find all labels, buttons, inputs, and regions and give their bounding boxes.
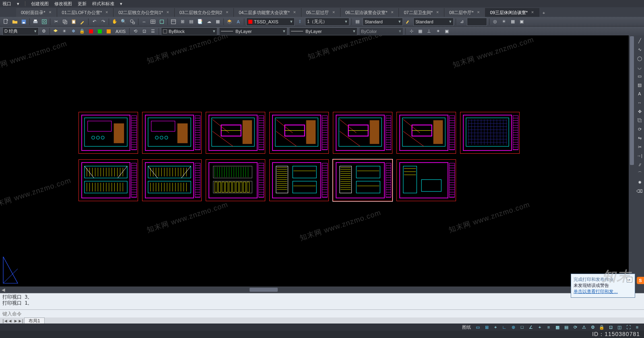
annotate-icon[interactable]: A bbox=[234, 18, 242, 26]
render-icon[interactable]: ◎ bbox=[491, 18, 499, 26]
material-icon[interactable]: ▦ bbox=[509, 18, 517, 26]
text-icon[interactable]: A bbox=[636, 90, 643, 97]
close-icon[interactable]: × bbox=[165, 10, 170, 15]
plot-preview-icon[interactable] bbox=[40, 18, 48, 26]
zoom-icon[interactable]: 🔍 bbox=[120, 18, 128, 26]
markup-icon[interactable]: ☁ bbox=[205, 18, 213, 26]
otrack-toggle-icon[interactable]: ∠ bbox=[527, 324, 535, 330]
layer-iso-icon[interactable]: ⊡ bbox=[140, 27, 148, 35]
save-icon[interactable] bbox=[20, 18, 28, 26]
drawing-viewport[interactable]: 知末网 www.znzmo.com 知末网 www.znzmo.com 知末网 … bbox=[0, 35, 635, 286]
document-tab[interactable]: 07二层卫生间*× bbox=[399, 8, 444, 17]
polar-icon[interactable]: ✶ bbox=[434, 27, 442, 35]
annomonitor-toggle-icon[interactable]: ⚠ bbox=[580, 324, 588, 330]
close-icon[interactable]: × bbox=[390, 10, 394, 15]
lw-toggle-icon[interactable]: ≡ bbox=[545, 324, 553, 330]
pan-icon[interactable]: ✋ bbox=[111, 18, 119, 26]
linetype-combo[interactable]: ByLayer ▾ bbox=[219, 27, 287, 35]
zoom-window-icon[interactable] bbox=[128, 18, 136, 26]
match-icon[interactable] bbox=[78, 18, 87, 26]
copy2-icon[interactable]: ⿻ bbox=[636, 117, 643, 124]
explode-icon[interactable]: ✸ bbox=[636, 179, 643, 186]
menu-item[interactable]: 创建视图 bbox=[31, 1, 49, 7]
table-style-combo[interactable] bbox=[467, 18, 487, 26]
layout-tab[interactable]: 布局1 bbox=[24, 317, 45, 324]
workspace-icon[interactable]: ⚙ bbox=[589, 324, 597, 330]
menu-item[interactable]: 样式和标准 bbox=[92, 1, 114, 7]
vertical-scrollbar[interactable]: ▲ ▼ bbox=[629, 35, 635, 286]
move-icon[interactable]: ✥ bbox=[636, 108, 643, 115]
sun-icon[interactable]: ☀ bbox=[60, 27, 68, 35]
layout-nav-next-icon[interactable]: ▶ bbox=[13, 318, 19, 324]
drawing-sheet[interactable] bbox=[206, 112, 265, 154]
menu-item[interactable]: 视口 bbox=[2, 1, 11, 7]
close-icon[interactable]: × bbox=[476, 10, 481, 15]
scroll-thumb[interactable] bbox=[630, 36, 634, 165]
extend-icon[interactable]: →| bbox=[636, 152, 643, 159]
dim-style-combo[interactable]: Standard ▾ bbox=[413, 18, 454, 26]
trim-icon[interactable]: ✂ bbox=[636, 143, 643, 150]
arc-icon[interactable]: ◡ bbox=[636, 64, 643, 71]
menu-item[interactable]: 更新 bbox=[78, 1, 87, 7]
new-tab-button[interactable]: + bbox=[539, 9, 548, 17]
customize-icon[interactable]: ≡ bbox=[633, 324, 641, 330]
line-icon[interactable]: ╱ bbox=[636, 37, 643, 44]
hardware-accel-icon[interactable]: ⊡ bbox=[607, 324, 615, 330]
mirror-icon[interactable]: ⇋ bbox=[636, 134, 643, 142]
close-icon[interactable]: × bbox=[292, 10, 297, 15]
visual-style-icon[interactable]: ▣ bbox=[518, 18, 526, 26]
close-icon[interactable]: × bbox=[48, 10, 53, 15]
layer-state-icon[interactable]: ☰ bbox=[149, 27, 157, 35]
color-combo[interactable]: ByBlock ▾ bbox=[161, 27, 217, 35]
document-tab[interactable]: 01二层LOFT办公室*× bbox=[57, 8, 114, 17]
layout-nav-prev-icon[interactable]: ◀ bbox=[7, 318, 13, 324]
drawing-sheet[interactable] bbox=[333, 159, 392, 201]
menu-item[interactable]: 修改视图 bbox=[54, 1, 72, 7]
scroll-thumb[interactable] bbox=[250, 288, 278, 292]
close-icon[interactable]: × bbox=[627, 277, 632, 282]
dim-linear-icon[interactable]: ↔ bbox=[636, 99, 643, 106]
ws-settings-icon[interactable]: ⚙ bbox=[40, 27, 48, 35]
feedback-flag-icon[interactable]: S bbox=[637, 277, 644, 284]
anno-scale-combo[interactable]: 1（无元） ▾ bbox=[305, 18, 349, 26]
close-icon[interactable]: × bbox=[331, 10, 336, 15]
osnap-toggle-icon[interactable]: □ bbox=[518, 324, 526, 330]
document-tab[interactable]: 09三层休闲洽谈室*× bbox=[485, 8, 540, 17]
print-icon[interactable] bbox=[31, 18, 39, 26]
close-icon[interactable]: × bbox=[104, 10, 109, 15]
color-red-icon[interactable] bbox=[87, 27, 95, 35]
drawing-sheet[interactable] bbox=[78, 159, 138, 201]
text-style-combo[interactable]: Standard ▾ bbox=[363, 18, 403, 26]
redo-icon[interactable]: ↷ bbox=[99, 18, 107, 26]
scroll-left-icon[interactable]: ◀ bbox=[0, 286, 6, 293]
plotstyle-combo[interactable]: ByColor ▾ bbox=[359, 27, 403, 35]
lockui-icon[interactable]: 🔒 bbox=[598, 324, 606, 330]
model-toggle-icon[interactable]: ▭ bbox=[474, 324, 482, 330]
fillet-icon[interactable]: ⌒ bbox=[636, 170, 643, 177]
drawing-sheet[interactable] bbox=[269, 159, 329, 201]
document-tab[interactable]: 06二层洽谈室会议室*× bbox=[341, 8, 399, 17]
tool-palette-icon[interactable]: ▤ bbox=[187, 18, 195, 26]
grid-icon[interactable]: ▦ bbox=[416, 27, 424, 35]
lock-icon[interactable]: 🔒 bbox=[78, 27, 86, 35]
drawing-sheet[interactable] bbox=[396, 112, 456, 154]
color-orange-icon[interactable] bbox=[105, 27, 113, 35]
document-tab[interactable]: 00封面目录*× bbox=[16, 8, 57, 17]
command-line[interactable] bbox=[0, 309, 644, 317]
open-icon[interactable] bbox=[11, 18, 19, 26]
table-icon[interactable] bbox=[149, 18, 157, 26]
hatch-icon[interactable]: ▨ bbox=[636, 81, 643, 89]
layer-combo[interactable]: TSSD_AXIS ▾ bbox=[246, 18, 295, 26]
freeze-icon[interactable]: ❄ bbox=[69, 27, 77, 35]
erase-icon[interactable]: ⌫ bbox=[636, 188, 643, 195]
clean-screen-icon[interactable]: ⛶ bbox=[624, 324, 632, 330]
transparency-toggle-icon[interactable]: ▩ bbox=[553, 324, 561, 330]
dim-style-icon[interactable] bbox=[404, 18, 412, 26]
drawing-sheet[interactable] bbox=[206, 159, 265, 201]
rotate-icon[interactable]: ⟳ bbox=[636, 126, 643, 133]
properties-icon[interactable] bbox=[169, 18, 178, 26]
horizontal-scrollbar[interactable]: ◀ ▶ bbox=[0, 286, 635, 293]
snap-toggle-icon[interactable]: ⌖ bbox=[491, 324, 500, 330]
layout-nav-first-icon[interactable]: |◀ bbox=[2, 318, 7, 324]
drawing-sheet[interactable] bbox=[333, 112, 392, 154]
